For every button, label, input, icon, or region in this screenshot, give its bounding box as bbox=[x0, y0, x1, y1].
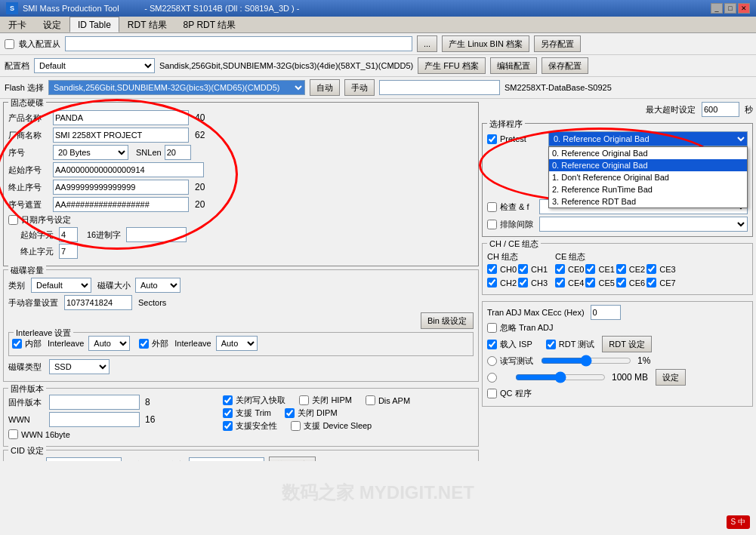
manual-capacity-label: 手动容量设置 bbox=[8, 297, 58, 309]
set-button[interactable]: 设定 bbox=[656, 369, 686, 386]
auto-button[interactable]: 自动 bbox=[310, 79, 340, 96]
tran-adj-input[interactable] bbox=[591, 305, 621, 320]
end-serial-input[interactable] bbox=[53, 180, 189, 195]
start-serial-input[interactable] bbox=[53, 162, 204, 177]
ch3-checkbox[interactable] bbox=[518, 278, 528, 287]
select-program-title: 选择程序 bbox=[487, 118, 525, 130]
hex-input[interactable] bbox=[126, 227, 187, 242]
start-char-input[interactable] bbox=[59, 227, 78, 242]
save-another-button[interactable]: 另存配置 bbox=[534, 35, 581, 52]
dis-apm-checkbox[interactable] bbox=[366, 395, 375, 405]
disk-type-select[interactable]: SSD bbox=[49, 359, 110, 374]
load-isp-checkbox[interactable] bbox=[487, 340, 497, 349]
close-write-fast-checkbox[interactable] bbox=[223, 395, 233, 405]
vendor-name-input[interactable] bbox=[53, 128, 189, 143]
read-write-radio[interactable] bbox=[487, 356, 497, 366]
read-write-radio2[interactable] bbox=[487, 373, 497, 383]
form-factor-select[interactable]: 2.5 Inch bbox=[46, 457, 122, 461]
wwn-label: WWN bbox=[8, 415, 46, 424]
bin-level-button[interactable]: Bin 级设定 bbox=[421, 312, 474, 329]
load-config-checkbox[interactable] bbox=[5, 39, 14, 49]
ch1-checkbox[interactable] bbox=[518, 264, 528, 274]
flash-select[interactable]: Sandisk,256Gbit,SDUNBIEMM-32G(bics3)(CMD… bbox=[48, 80, 305, 95]
ch0-checkbox[interactable] bbox=[487, 264, 497, 274]
max-sata-select[interactable]: Gen3 (6Gb) bbox=[189, 457, 264, 461]
config-select[interactable]: Default bbox=[34, 58, 155, 73]
manual-button[interactable]: 手动 bbox=[344, 79, 375, 96]
timeout-input[interactable] bbox=[702, 102, 739, 117]
ce7-checkbox[interactable] bbox=[646, 278, 656, 287]
snlen-input[interactable] bbox=[165, 145, 191, 160]
remove-checkbox[interactable] bbox=[487, 220, 497, 229]
dropdown-item-0[interactable]: 0. Reference Original Bad bbox=[549, 147, 747, 159]
support-security-checkbox[interactable] bbox=[223, 421, 233, 431]
qc-program-checkbox[interactable] bbox=[487, 389, 497, 398]
internal-auto-select[interactable]: Auto bbox=[88, 336, 130, 351]
close-dipm-checkbox[interactable] bbox=[285, 408, 295, 418]
tab-rdt-result[interactable]: RDT 结果 bbox=[119, 17, 175, 32]
rdt-setting-button[interactable]: RDT 设定 bbox=[602, 336, 651, 352]
date-serial-checkbox[interactable] bbox=[8, 215, 18, 225]
minimize-button[interactable]: _ bbox=[711, 3, 723, 14]
pretest-select[interactable]: 0. Reference Original Bad bbox=[548, 131, 748, 146]
ce1-checkbox[interactable] bbox=[585, 264, 595, 274]
ch2-checkbox[interactable] bbox=[487, 278, 497, 287]
cid-title: CID 设定 bbox=[8, 445, 46, 457]
remove-select[interactable] bbox=[539, 217, 748, 232]
other-settings-button[interactable]: 其他设定 bbox=[269, 457, 316, 461]
support-trim-checkbox[interactable] bbox=[223, 408, 233, 418]
ce5-checkbox[interactable] bbox=[585, 278, 595, 287]
dis-apm-label: Dis APM bbox=[378, 396, 410, 405]
tab-8p-rdt[interactable]: 8P RDT 结果 bbox=[175, 17, 245, 32]
manual-capacity-input[interactable] bbox=[64, 295, 132, 310]
gen-ffu-button[interactable]: 产生 FFU 档案 bbox=[418, 57, 486, 74]
ch0-label: CH0 bbox=[500, 265, 517, 274]
dropdown-item-1[interactable]: 0. Reference Original Bad bbox=[549, 159, 747, 171]
dropdown-item-4[interactable]: 3. Reference RDT Bad bbox=[549, 195, 747, 208]
ce0-checkbox[interactable] bbox=[555, 264, 565, 274]
snlen-label: SNLen bbox=[136, 148, 162, 157]
gen-linux-bin-button[interactable]: 产生 Linux BIN 档案 bbox=[442, 35, 529, 52]
ce4-checkbox[interactable] bbox=[555, 278, 565, 287]
edit-config-button[interactable]: 编辑配置 bbox=[490, 57, 537, 74]
support-device-sleep-checkbox[interactable] bbox=[291, 421, 301, 431]
ignore-tran-checkbox[interactable] bbox=[487, 323, 497, 333]
rdt-test-checkbox[interactable] bbox=[546, 340, 556, 349]
tab-id-table[interactable]: ID Table bbox=[69, 17, 119, 32]
internal-checkbox[interactable] bbox=[12, 339, 22, 349]
firmware-input[interactable] bbox=[49, 395, 140, 410]
save-config-button[interactable]: 保存配置 bbox=[542, 57, 588, 74]
close-button[interactable]: ✕ bbox=[738, 3, 750, 14]
product-name-input[interactable] bbox=[53, 110, 189, 125]
tab-settings[interactable]: 设定 bbox=[35, 17, 69, 32]
external-auto-select[interactable]: Auto bbox=[216, 336, 258, 351]
menu-bar: 开卡 设定 ID Table RDT 结果 8P RDT 结果 bbox=[0, 17, 756, 33]
serial-select[interactable]: 20 Bytes bbox=[53, 145, 128, 160]
dropdown-item-2[interactable]: 1. Don't Reference Original Bad bbox=[549, 171, 747, 183]
tab-kaika[interactable]: 开卡 bbox=[0, 17, 35, 32]
pretest-checkbox[interactable] bbox=[487, 134, 497, 144]
external-checkbox[interactable] bbox=[139, 339, 149, 349]
wwn-16byte-checkbox[interactable] bbox=[8, 429, 18, 439]
load-config-path[interactable] bbox=[65, 36, 412, 51]
disk-size-select[interactable]: Auto bbox=[135, 278, 181, 293]
wwn-input[interactable] bbox=[49, 412, 140, 427]
dropdown-item-3[interactable]: 2. Reference RunTime Bad bbox=[549, 183, 747, 195]
close-hipm-checkbox[interactable] bbox=[299, 395, 309, 405]
type-select[interactable]: Default bbox=[31, 278, 91, 293]
slider1[interactable] bbox=[541, 355, 631, 367]
database-input[interactable] bbox=[379, 80, 500, 95]
end-char-input[interactable] bbox=[59, 244, 78, 259]
window-controls: _ □ ✕ bbox=[711, 3, 750, 14]
ce6-checkbox[interactable] bbox=[616, 278, 626, 287]
ce2-checkbox[interactable] bbox=[616, 264, 626, 274]
external-label: 外部 bbox=[152, 338, 168, 349]
serial-mask-input[interactable] bbox=[53, 197, 189, 212]
slider2[interactable] bbox=[515, 371, 606, 383]
ce3-checkbox[interactable] bbox=[646, 264, 656, 274]
select-program-group: 选择程序 Pretest 0. Reference Original Bad 0… bbox=[482, 123, 753, 237]
browse-button[interactable]: ... bbox=[417, 35, 437, 52]
check-checkbox[interactable] bbox=[487, 202, 497, 212]
type-label: 类别 bbox=[8, 280, 25, 291]
maximize-button[interactable]: □ bbox=[724, 3, 736, 14]
